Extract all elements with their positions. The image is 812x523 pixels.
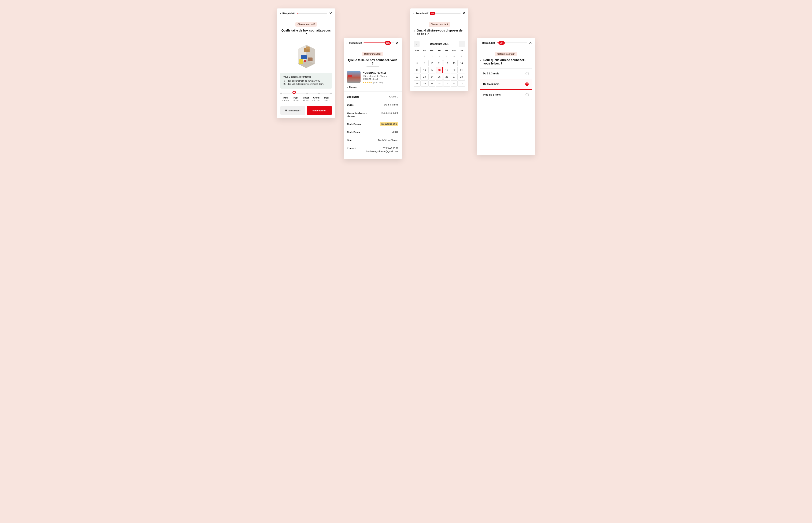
- chevron-right-icon: ›: [347, 42, 347, 44]
- slider-dot-maxi[interactable]: [330, 93, 332, 94]
- slider-dot-moyen[interactable]: [306, 93, 308, 94]
- recap-label[interactable]: Récapitulatif: [283, 12, 295, 15]
- calendar-day: 3: [429, 53, 435, 60]
- step-pill: Obtenir mon tarif: [362, 52, 383, 56]
- calendar-day[interactable]: 29: [414, 80, 420, 87]
- info-line2: d'un véhicule utilitaire de 12m3 à 15m3: [288, 83, 324, 85]
- store-address-2: 93100 Montreuil: [363, 78, 387, 81]
- change-store-button[interactable]: › Changer: [344, 84, 402, 92]
- calendar-day[interactable]: 12: [443, 60, 450, 66]
- section-head: Obtenir mon tarif: [410, 18, 468, 29]
- row-box[interactable]: Box choisi Grand ⌄: [347, 93, 398, 101]
- question-row: ‹ Pour quelle duréee souhaitez-vous le b…: [477, 58, 535, 69]
- duration-option[interactable]: Plus de 6 mois: [480, 89, 532, 100]
- calendar-day[interactable]: 21: [458, 67, 465, 73]
- close-button[interactable]: ✕: [396, 41, 399, 45]
- slider-dot-grand[interactable]: [318, 93, 320, 94]
- back-button[interactable]: ‹: [480, 59, 481, 62]
- close-button[interactable]: ✕: [329, 11, 332, 16]
- svg-rect-8: [304, 60, 306, 62]
- prev-month-button[interactable]: ‹: [414, 41, 419, 47]
- chevron-right-icon: ›: [480, 42, 481, 44]
- simulator-button[interactable]: ⊞ Simulateur: [281, 106, 305, 115]
- row-contact[interactable]: Contact 07 65 43 90 78 barthelemy.chalve…: [347, 144, 398, 155]
- calendar-day[interactable]: 26: [443, 74, 450, 80]
- summary-list: Box choisi Grand ⌄ Durée De 3 à 6 mois V…: [344, 92, 402, 159]
- slider-dot-mini[interactable]: [281, 93, 282, 94]
- slider-dot-petit[interactable]: [292, 91, 296, 94]
- recap-label[interactable]: Récapitulatif: [482, 42, 495, 44]
- apartment-icon: ⌂: [283, 80, 286, 82]
- back-button[interactable]: ‹: [414, 29, 415, 33]
- calendar-day: 4: [436, 53, 443, 60]
- calendar-day[interactable]: 16: [421, 67, 428, 73]
- chevron-down-icon: ⌄: [397, 95, 398, 98]
- store-image: [347, 71, 361, 83]
- duration-label: Plus de 6 mois: [483, 93, 501, 96]
- close-button[interactable]: ✕: [529, 41, 532, 45]
- calendar-day: 6: [451, 53, 457, 60]
- calendar-day[interactable]: 22: [414, 74, 420, 80]
- screen-recap: › Récapitulatif 80% ✕ Obtenir mon tarif …: [344, 38, 402, 159]
- calendar-day[interactable]: 19: [443, 67, 450, 73]
- store-card: HOMEBOX Paris 16 157 boulevard de Chanzy…: [344, 71, 402, 84]
- calendar-day[interactable]: 13: [451, 60, 457, 66]
- duration-option[interactable]: De 3 à 6 mois: [480, 79, 532, 90]
- calendar-day[interactable]: 30: [421, 80, 428, 87]
- close-button[interactable]: ✕: [462, 11, 465, 16]
- row-postal[interactable]: Code Postal 75016: [347, 128, 398, 136]
- calendar-day[interactable]: 28: [458, 74, 465, 80]
- calendar-day[interactable]: 24: [429, 74, 435, 80]
- store-address-1: 157 boulevard de Chanzy: [363, 75, 387, 78]
- header: › Récapitulatif 80% ✕: [344, 38, 402, 48]
- recap-label[interactable]: Récapitulatif: [416, 12, 429, 15]
- progress-badge: 80%: [385, 41, 391, 44]
- calendar-day[interactable]: 20: [451, 67, 457, 73]
- recap-label[interactable]: Récapitulatif: [349, 42, 362, 44]
- box-value: Grand: [389, 95, 396, 98]
- screen-size-select: › Récapitulatif ✕ Obtenir mon tarif Quel…: [277, 8, 335, 118]
- page-title: Quelle taille de box souhaitez-vous ?: [347, 58, 398, 65]
- row-name[interactable]: Nom Barthélémy Chalvet: [347, 136, 398, 144]
- calendar-day: 1: [414, 53, 420, 60]
- calendar-day[interactable]: 11: [436, 60, 443, 66]
- section-head: Obtenir mon tarif Quelle taille de box s…: [277, 18, 335, 38]
- row-duration[interactable]: Durée De 3 à 6 mois: [347, 101, 398, 109]
- calendar-day[interactable]: 14: [458, 60, 465, 66]
- current-month: Décembre 2021: [430, 42, 449, 46]
- next-month-button[interactable]: ›: [459, 41, 465, 47]
- calendar-header: ‹ Décembre 2021 ›: [410, 41, 468, 47]
- calendar-day[interactable]: 17: [429, 67, 435, 73]
- page-title: Quelle taille de box souhaitez-vous ?: [281, 29, 332, 36]
- svg-rect-5: [306, 47, 310, 50]
- progress-badge: 8%: [430, 12, 435, 15]
- duration-option[interactable]: De 1 à 3 mois: [480, 68, 532, 79]
- calendar-day[interactable]: 14: [436, 80, 443, 87]
- calendar-day[interactable]: 10: [429, 60, 435, 66]
- step-pill: Obtenir mon tarif: [495, 52, 517, 56]
- contact-email: barthelemy.chalvet@gmail.com: [366, 150, 398, 152]
- calendar-day[interactable]: 27: [451, 74, 457, 80]
- calendar-day[interactable]: 14: [458, 80, 465, 87]
- row-value[interactable]: Valeur des biens a stocker Plus de 10 00…: [347, 109, 398, 120]
- progress-bar: 8%: [430, 13, 461, 14]
- select-button[interactable]: Sélectionner: [307, 106, 332, 115]
- calendar-day[interactable]: 23: [421, 74, 428, 80]
- svg-rect-3: [301, 55, 307, 59]
- calendar-day[interactable]: 14: [451, 80, 457, 87]
- calendar-day[interactable]: 31: [429, 80, 435, 87]
- info-row-vehicle: ⛟ d'un véhicule utilitaire de 12m3 à 15m…: [283, 83, 329, 85]
- action-buttons: ⊞ Simulateur Sélectionner: [277, 103, 335, 118]
- calendar-day[interactable]: 25: [436, 74, 443, 80]
- size-slider[interactable]: Mini1 à 2m2 Petit3 à 4m2 Moyen5 à 7m2 Gr…: [277, 89, 335, 103]
- question-row: ‹ Quand désirez-vous disposer de ce box …: [410, 29, 468, 39]
- calendar-day[interactable]: 15: [414, 67, 420, 73]
- row-promo[interactable]: Code Promo bienvenue -10€: [347, 120, 398, 128]
- page-title: Quand désirez-vous disposer de ce box ?: [417, 29, 465, 36]
- radio-ring-icon: [525, 83, 529, 86]
- promo-badge: bienvenue -10€: [380, 122, 398, 126]
- calendar-day[interactable]: 14: [443, 80, 450, 87]
- info-head: Vous y stockez le contenu :: [283, 76, 329, 78]
- calendar-day[interactable]: 18: [436, 67, 443, 73]
- sheet-handle[interactable]: [366, 66, 379, 67]
